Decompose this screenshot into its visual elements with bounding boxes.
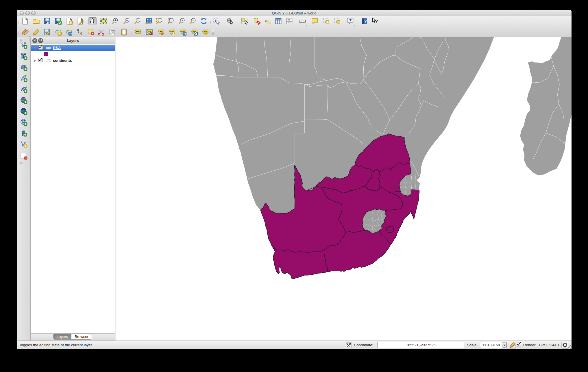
svg-text:?: ? <box>375 19 378 24</box>
svg-text:?: ? <box>364 19 367 23</box>
svg-text:i: i <box>215 18 216 23</box>
svg-text:1:1: 1:1 <box>137 19 139 21</box>
svg-text:ε: ε <box>265 18 267 23</box>
svg-text:abc: abc <box>136 30 140 33</box>
svg-text:ab: ab <box>148 30 151 33</box>
svg-text:T: T <box>349 18 352 22</box>
svg-text:abc: abc <box>170 30 174 33</box>
